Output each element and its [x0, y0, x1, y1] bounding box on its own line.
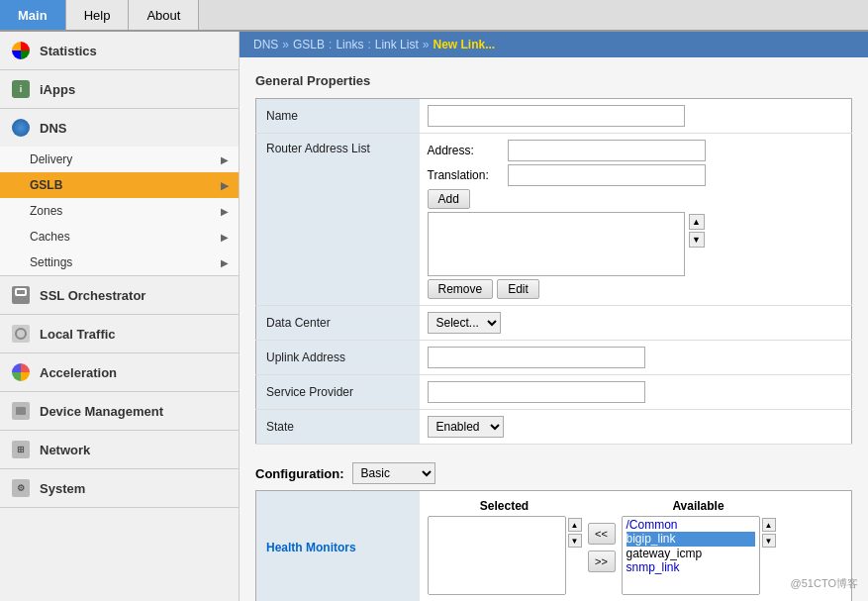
sidebar-item-iapps[interactable]: i iApps [0, 70, 239, 108]
available-scroll-up[interactable]: ▲ [762, 518, 776, 532]
scroll-up-button[interactable]: ▲ [689, 214, 705, 230]
selected-label: Selected [480, 499, 529, 513]
breadcrumb: DNS » GSLB : Links : Link List » New Lin… [240, 32, 868, 57]
device-management-icon [12, 402, 30, 420]
section-title-general: General Properties [255, 73, 852, 88]
breadcrumb-sep3: : [367, 38, 370, 51]
data-center-label: Data Center [266, 316, 331, 330]
config-mode-select[interactable]: Basic Advanced [352, 462, 435, 484]
name-label: Name [266, 109, 298, 123]
service-provider-input[interactable] [428, 381, 645, 403]
watermark: @51CTO博客 [791, 576, 858, 591]
config-label: Configuration: [255, 466, 344, 481]
ssl-icon [12, 286, 30, 304]
router-list-box[interactable] [428, 212, 685, 276]
health-monitors-label: Health Monitors [266, 541, 356, 554]
add-button[interactable]: Add [428, 189, 470, 209]
selected-scroll-down[interactable]: ▼ [568, 534, 582, 548]
sidebar-item-network[interactable]: ⊞ Network [0, 431, 239, 468]
name-input[interactable] [428, 105, 685, 127]
edit-button[interactable]: Edit [497, 279, 539, 299]
sidebar-item-ssl[interactable]: SSL Orchestrator [0, 276, 239, 314]
breadcrumb-current: New Link... [433, 38, 495, 51]
translation-label: Translation: [428, 168, 502, 182]
uplink-address-label: Uplink Address [266, 351, 345, 364]
sidebar-item-local-traffic[interactable]: Local Traffic [0, 315, 239, 352]
breadcrumb-sep4: » [423, 38, 430, 51]
uplink-address-input[interactable] [428, 347, 645, 368]
sidebar-sub-caches[interactable]: Caches ▶ [0, 224, 239, 250]
data-center-select[interactable]: Select... [428, 312, 501, 334]
dns-icon [12, 119, 30, 137]
network-icon: ⊞ [12, 441, 30, 458]
scroll-down-button[interactable]: ▼ [689, 232, 705, 248]
local-traffic-icon [12, 325, 30, 343]
move-right-button[interactable]: >> [588, 551, 616, 572]
system-icon: ⚙ [12, 479, 30, 497]
sidebar-sub-settings[interactable]: Settings ▶ [0, 250, 239, 275]
acceleration-icon [12, 363, 30, 381]
address-label: Address: [428, 144, 502, 157]
available-label: Available [672, 499, 723, 513]
statistics-icon [12, 42, 30, 59]
breadcrumb-sep2: : [329, 38, 332, 51]
chevron-right-icon: ▶ [221, 206, 229, 217]
available-list[interactable]: /Common bigip_link gateway_icmp snmp_lin… [622, 516, 760, 595]
state-label: State [266, 420, 294, 434]
chevron-right-icon: ▶ [221, 180, 229, 191]
chevron-right-icon: ▶ [221, 154, 229, 165]
router-address-list-label: Router Address List [266, 142, 370, 155]
sidebar-sub-zones[interactable]: Zones ▶ [0, 198, 239, 224]
move-left-button[interactable]: << [588, 523, 616, 545]
breadcrumb-gslb[interactable]: GSLB [293, 38, 325, 51]
selected-scroll-up[interactable]: ▲ [568, 518, 582, 532]
breadcrumb-link-list[interactable]: Link List [375, 38, 419, 51]
breadcrumb-sep1: » [282, 38, 289, 51]
selected-list[interactable] [428, 516, 566, 595]
sidebar-item-device-management[interactable]: Device Management [0, 392, 239, 430]
sidebar-sub-gslb[interactable]: GSLB ▶ [0, 172, 239, 198]
tab-help[interactable]: Help [66, 0, 130, 30]
remove-button[interactable]: Remove [428, 279, 494, 299]
tab-main[interactable]: Main [0, 0, 66, 30]
sidebar-item-system[interactable]: ⚙ System [0, 469, 239, 507]
state-select[interactable]: Enabled Disabled [428, 416, 504, 438]
available-scroll-down[interactable]: ▼ [762, 534, 776, 548]
breadcrumb-links[interactable]: Links [336, 38, 363, 51]
chevron-right-icon: ▶ [221, 257, 229, 268]
iapps-icon: i [12, 80, 30, 98]
sidebar-item-acceleration[interactable]: Acceleration [0, 353, 239, 391]
sidebar-item-dns[interactable]: DNS [0, 109, 239, 147]
address-input[interactable] [508, 140, 706, 161]
sidebar-sub-delivery[interactable]: Delivery ▶ [0, 147, 239, 172]
breadcrumb-dns[interactable]: DNS [253, 38, 278, 51]
chevron-right-icon: ▶ [221, 232, 229, 243]
service-provider-label: Service Provider [266, 385, 353, 399]
tab-about[interactable]: About [129, 0, 199, 30]
translation-input[interactable] [508, 164, 706, 186]
sidebar-item-statistics[interactable]: Statistics [0, 32, 239, 69]
